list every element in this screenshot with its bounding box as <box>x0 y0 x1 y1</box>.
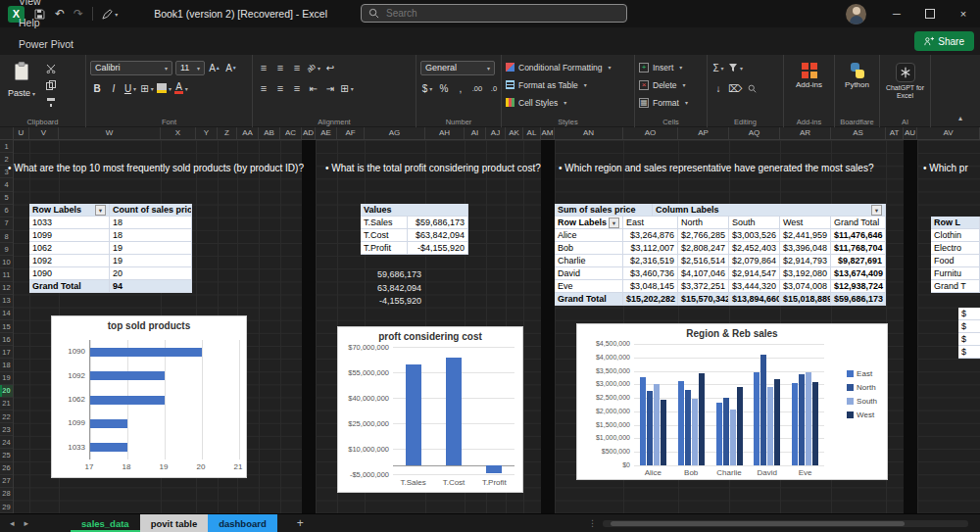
bar-south-alice[interactable] <box>654 384 660 465</box>
row-header-21[interactable]: 21 <box>0 398 13 411</box>
fill-color-button[interactable]: ▾ <box>157 81 172 96</box>
column-header-AV[interactable]: AV <box>917 127 980 139</box>
pivot-cell[interactable]: $3,048,145 <box>623 280 678 293</box>
pivot-cell[interactable]: $2,808,247 <box>678 242 729 255</box>
column-header-AA[interactable]: AA <box>237 127 259 139</box>
pivot-cell[interactable]: $15,570,342 <box>678 293 729 306</box>
copy-icon[interactable] <box>43 79 59 91</box>
format-cells-button[interactable]: ▦Format▾ <box>639 94 703 111</box>
pivot-cell[interactable]: -$4,155,920 <box>408 242 468 255</box>
column-header-X[interactable]: X <box>161 127 196 139</box>
pivot-cell[interactable]: Clothin <box>931 229 980 242</box>
chart-profit-considering-cost[interactable]: proft considering cost $70,000,000$55,00… <box>337 326 523 493</box>
column-header-AJ[interactable]: AJ <box>486 127 506 139</box>
pivot-cell[interactable]: T.Profit <box>361 242 408 255</box>
pivot-cell[interactable]: Grand Total <box>29 280 110 293</box>
column-header-W[interactable]: W <box>59 127 161 139</box>
row-header-24[interactable]: 24 <box>0 436 13 449</box>
pivot-cell[interactable]: $11,768,704 <box>831 242 886 255</box>
pivot-cell[interactable]: $3,444,320 <box>729 280 780 293</box>
python-button[interactable]: Python <box>839 59 875 89</box>
share-button[interactable]: Share <box>914 31 974 51</box>
pivot-cell[interactable]: $3,264,876 <box>623 229 678 242</box>
chart-top-sold-products[interactable]: top sold products 1718192021109010921062… <box>51 315 247 478</box>
pivot-cell[interactable]: T.Sales <box>361 217 408 229</box>
column-header-V[interactable]: V <box>29 127 59 139</box>
cut-icon[interactable] <box>43 63 59 74</box>
legend-item-south[interactable]: South <box>847 397 877 406</box>
bar-1090[interactable] <box>90 348 202 357</box>
pivot-cell[interactable]: $3,003,526 <box>729 229 780 242</box>
column-header-AK[interactable]: AK <box>506 127 523 139</box>
pivot-cell[interactable]: $63,842,094 <box>408 229 468 242</box>
pivot-cell[interactable]: $59,686,173 <box>831 293 886 306</box>
bar-north-david[interactable] <box>760 355 766 465</box>
column-header-AD[interactable]: AD <box>302 127 316 139</box>
bar-east-charlie[interactable] <box>716 403 722 465</box>
row-header-16[interactable]: 16 <box>0 333 13 346</box>
sheet-tab-povit-table[interactable]: povit table <box>140 514 209 532</box>
question-2[interactable]: • What is the total profit considering p… <box>325 163 541 173</box>
pivot-cell[interactable]: $15,202,282 <box>623 293 678 306</box>
pivot-cell[interactable]: $13,674,409 <box>831 267 886 280</box>
bar-south-bob[interactable] <box>692 399 698 465</box>
accounting-format-button[interactable]: $▾ <box>420 81 434 96</box>
column-header-AI[interactable]: AI <box>465 127 486 139</box>
search-box[interactable] <box>361 4 627 23</box>
question-1[interactable]: • What are the top 10 most frequently so… <box>8 163 304 173</box>
column-header-Z[interactable]: Z <box>218 127 237 139</box>
row-header-15[interactable]: 15 <box>0 320 13 333</box>
align-left-button[interactable]: ≡ <box>257 81 270 96</box>
row-header-28[interactable]: 28 <box>0 488 13 501</box>
bar-north-charlie[interactable] <box>723 398 729 465</box>
row-header-1[interactable]: 1 <box>0 140 13 153</box>
cell-styles-button[interactable]: Cell Styles▾ <box>506 94 630 111</box>
bar-west-david[interactable] <box>774 379 780 465</box>
row-header-18[interactable]: 18 <box>0 359 13 371</box>
cell-value[interactable]: 59,686,173 <box>363 268 421 281</box>
row-header-9[interactable]: 9 <box>0 243 13 256</box>
pivot-cell[interactable]: $13,894,660 <box>729 293 780 306</box>
pivot-cell[interactable]: $3,112,007 <box>623 242 678 255</box>
bar-1033[interactable] <box>90 443 127 452</box>
bar-1099[interactable] <box>90 419 127 428</box>
clear-icon[interactable]: ⌦ <box>728 81 742 96</box>
decrease-decimal-button[interactable]: .0 <box>487 81 501 96</box>
pivot-cell[interactable]: Charlie <box>555 255 623 267</box>
pivot-cell[interactable]: $3,192,080 <box>780 267 831 280</box>
pivot-cell[interactable]: $3,372,251 <box>678 280 729 293</box>
menu-tab-help[interactable]: Help <box>8 12 87 33</box>
pivot-cell[interactable]: $2,316,519 <box>623 255 678 267</box>
bar-east-david[interactable] <box>754 372 760 465</box>
cell-value[interactable]: 63,842,094 <box>363 282 421 295</box>
bar-south-eve[interactable] <box>806 372 811 465</box>
pivot-cell[interactable]: $4,107,046 <box>678 267 729 280</box>
minimize-button[interactable]: ─ <box>880 0 913 27</box>
pivot-cell[interactable]: 1033 <box>29 217 110 229</box>
align-middle-button[interactable]: ≡ <box>273 61 287 75</box>
pivot-cell[interactable]: $2,914,547 <box>729 267 780 280</box>
column-header-AC[interactable]: AC <box>280 127 302 139</box>
partial-cell-value[interactable]: $ <box>958 320 980 333</box>
shrink-font-button[interactable]: A▼ <box>224 61 238 75</box>
pivot-cell[interactable]: 18 <box>110 217 192 229</box>
conditional-formatting-button[interactable]: Conditional Formatting▾ <box>506 59 630 75</box>
bar-east-eve[interactable] <box>792 383 798 465</box>
row-header-6[interactable]: 6 <box>0 205 13 218</box>
pivot-cell[interactable]: $2,452,403 <box>729 242 780 255</box>
pen-icon[interactable]: ▾ <box>102 9 118 20</box>
legend-item-north[interactable]: North <box>847 383 877 392</box>
pivot-cell[interactable]: T.Cost <box>361 229 408 242</box>
close-button[interactable]: × <box>947 0 980 27</box>
column-header-AS[interactable]: AS <box>831 127 886 139</box>
pivot-cell[interactable]: 20 <box>110 267 192 280</box>
row-header-12[interactable]: 12 <box>0 282 13 295</box>
font-size-select[interactable]: 11▾ <box>175 61 205 75</box>
fill-down-icon[interactable]: ↓ <box>711 81 725 96</box>
column-header-AR[interactable]: AR <box>780 127 831 139</box>
menu-tab-power-pivot[interactable]: Power Pivot <box>8 33 87 55</box>
row-header-27[interactable]: 27 <box>0 475 13 488</box>
pivot-cell[interactable]: $59,686,173 <box>408 217 468 229</box>
pivot-cell[interactable]: West <box>780 217 831 229</box>
column-header-AB[interactable]: AB <box>259 127 280 139</box>
